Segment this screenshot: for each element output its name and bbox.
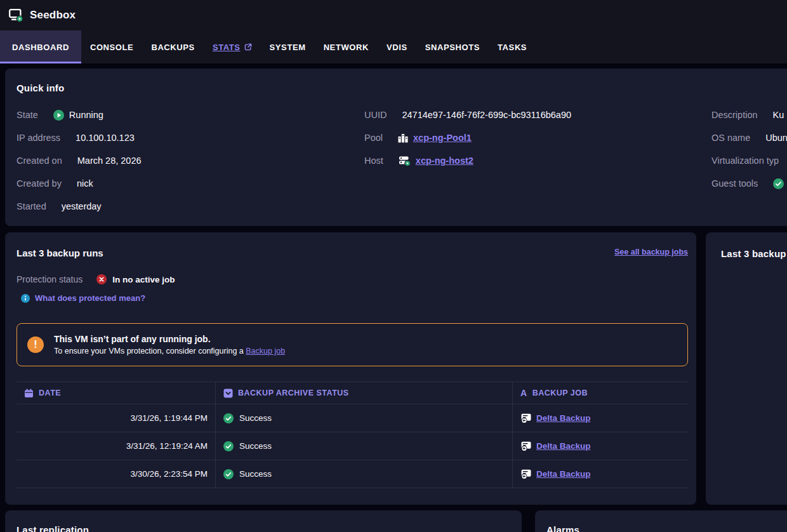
alert-text: To ensure your VMs protection, consider … [54, 347, 246, 356]
tab-snapshots[interactable]: SNAPSHOTS [416, 30, 489, 63]
state-value: Running [69, 110, 103, 120]
no-running-job-alert: ! This VM isn’t part of any running job.… [17, 323, 688, 366]
ip-row: IP address 10.100.10.123 [17, 126, 142, 149]
ip-label: IP address [17, 133, 60, 143]
alert-subtitle: To ensure your VMs protection, consider … [54, 347, 285, 356]
protection-status-label: Protection status [17, 274, 83, 284]
info-circle-icon [21, 294, 30, 303]
backup-runs-title: Last 3 backup runs [17, 248, 103, 258]
calendar-icon [24, 389, 34, 398]
success-check-icon [223, 413, 234, 423]
os-name-value: Ubun [765, 133, 787, 143]
see-all-backup-jobs-link[interactable]: See all backup jobs [614, 248, 688, 256]
tab-vdis[interactable]: VDIS [378, 30, 416, 63]
success-check-icon [223, 441, 234, 451]
warning-icon: ! [27, 336, 44, 353]
column-header-status-label: BACKUP ARCHIVE STATUS [238, 389, 349, 397]
uuid-label: UUID [364, 110, 387, 120]
pool-link[interactable]: xcp-ng-Pool1 [413, 133, 472, 143]
quick-info-column-general: State Running IP address 10.100.10.123 C… [17, 103, 142, 218]
page-title: Seedbox [30, 9, 76, 22]
external-link-icon [244, 43, 252, 51]
run-date-cell: 3/31/26, 12:19:24 AM [17, 432, 216, 460]
backup-job-link[interactable]: Backup job [246, 347, 285, 356]
success-check-icon [223, 469, 234, 479]
column-header-date-label: DATE [39, 389, 61, 397]
backup-runs-panel: Last 3 backup runs See all backup jobs P… [5, 232, 696, 505]
delta-backup-link[interactable]: Delta Backup [536, 413, 591, 423]
run-date-cell: 3/30/26, 2:23:54 PM [17, 460, 216, 488]
alert-title: This VM isn’t part of any running job. [54, 334, 285, 344]
what-does-protected-mean-link[interactable]: What does protected mean? [35, 293, 145, 303]
state-row: State Running [17, 103, 142, 126]
delta-backup-link[interactable]: Delta Backup [536, 441, 591, 451]
pool-icon [398, 133, 408, 143]
uuid-value: 24714e97-146f-76f2-699c-bc93116b6a90 [402, 110, 571, 120]
app-header: Seedbox [0, 0, 787, 30]
host-label: Host [364, 156, 383, 166]
os-name-row: OS name Ubun [711, 126, 787, 149]
tab-console[interactable]: CONSOLE [81, 30, 142, 63]
created-on-label: Created on [17, 156, 62, 166]
check-circle-icon [773, 178, 784, 189]
backup-job-icon [520, 413, 532, 423]
tab-bar: DASHBOARD CONSOLE BACKUPS STATS SYSTEM N… [0, 30, 787, 63]
last-replication-panel: Last replication [5, 510, 522, 532]
os-name-label: OS name [711, 133, 750, 143]
virtualization-row: Virtualization typ [711, 149, 787, 172]
run-job-cell: Delta Backup [513, 404, 688, 432]
quick-info-column-location: UUID 24714e97-146f-76f2-699c-bc93116b6a9… [364, 103, 571, 172]
x-circle-icon [96, 274, 107, 284]
started-row: Started yesterday [17, 195, 142, 218]
backup-jobs-panel: Last 3 backup [706, 232, 787, 505]
alarms-title: Alarms [546, 524, 579, 532]
quick-info-panel: Quick info State Running IP address 10.1… [5, 69, 787, 226]
host-row: Host xcp-ng-host2 [364, 149, 571, 172]
delta-backup-link[interactable]: Delta Backup [536, 469, 591, 479]
run-status-cell: Success [216, 432, 513, 460]
archive-status-icon [223, 389, 233, 398]
pool-row: Pool xcp-ng-Pool1 [364, 126, 571, 149]
column-header-job: A BACKUP JOB [513, 382, 688, 404]
created-by-label: Created by [17, 178, 62, 189]
column-header-job-label: BACKUP JOB [532, 389, 588, 397]
protection-status-value: In no active job [112, 275, 175, 284]
vm-monitor-running-icon [9, 9, 23, 22]
host-link[interactable]: xcp-ng-host2 [416, 156, 473, 166]
column-header-status: BACKUP ARCHIVE STATUS [216, 382, 513, 404]
created-by-value: nick [77, 178, 93, 189]
text-type-icon: A [520, 388, 527, 398]
backup-job-icon [520, 441, 532, 451]
description-value: Ku [773, 110, 784, 120]
ip-value: 10.100.10.123 [76, 133, 135, 143]
run-status-label: Success [239, 441, 272, 451]
tab-backups[interactable]: BACKUPS [142, 30, 203, 63]
tab-stats[interactable]: STATS [204, 30, 261, 63]
created-on-row: Created on March 28, 2026 [17, 149, 142, 172]
run-job-cell: Delta Backup [513, 432, 688, 460]
state-label: State [17, 110, 38, 120]
created-by-row: Created by nick [17, 172, 142, 195]
protection-status-row: Protection status In no active job [17, 274, 175, 284]
started-value: yesterday [62, 201, 102, 211]
tab-network[interactable]: NETWORK [315, 30, 378, 63]
run-status-cell: Success [216, 404, 513, 432]
run-job-cell: Delta Backup [513, 460, 688, 488]
uuid-row: UUID 24714e97-146f-76f2-699c-bc93116b6a9… [364, 103, 571, 126]
backup-job-icon [520, 469, 532, 479]
run-status-label: Success [239, 413, 272, 423]
tab-dashboard[interactable]: DASHBOARD [0, 30, 81, 63]
protected-info-row: What does protected mean? [21, 293, 145, 303]
created-on-value: March 28, 2026 [77, 156, 142, 166]
host-running-icon [399, 156, 411, 166]
backup-runs-table: DATE BACKUP ARCHIVE STATUS A BACKUP JOB … [17, 382, 688, 488]
tab-system[interactable]: SYSTEM [261, 30, 315, 63]
quick-info-column-system: Description Ku OS name Ubun Virtualizati… [711, 103, 787, 195]
alarms-panel: Alarms [535, 510, 787, 532]
guest-tools-row: Guest tools [711, 172, 787, 195]
tab-tasks[interactable]: TASKS [489, 30, 536, 63]
column-header-date: DATE [17, 382, 216, 404]
description-label: Description [711, 110, 758, 120]
tab-stats-label: STATS [213, 43, 241, 52]
guest-tools-label: Guest tools [711, 178, 758, 189]
